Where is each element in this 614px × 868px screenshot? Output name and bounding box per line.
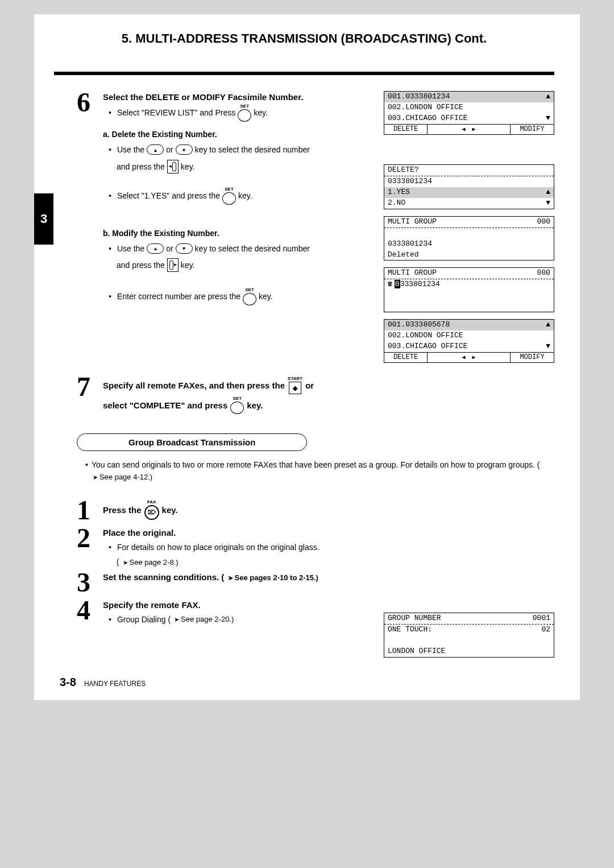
chapter-tab: 3 [34, 193, 53, 245]
step6a-heading: a. Delete the Existing Number. [103, 130, 374, 139]
down-key-icon: ▾ [176, 243, 193, 254]
page-ref: See page 2-8.) [122, 558, 179, 567]
phone-icon [388, 280, 395, 288]
step-number-g4: 4 [77, 599, 99, 630]
text: key. [181, 162, 195, 171]
g1-title: Press the FAX⌦ key. [103, 500, 374, 520]
left-key-icon [167, 160, 179, 173]
lcd-screen-2: 001.0333805678▲ 002.LONDON OFFICE 003.CH… [384, 319, 554, 363]
step6b-bullet1: Use the ▴ or ▾ key to select the desired… [109, 241, 374, 257]
g4-body: Group Dialing ( See page 2-20.) [109, 612, 374, 627]
lcd-screen-delete: DELETE? 0333801234 1.YES▲ 2.NO▼ [384, 164, 554, 209]
lcd-screen-1: 001.0333801234▲ 002.LONDON OFFICE 003.CH… [384, 91, 554, 135]
step7-line2: select "COMPLETE" and press SET key. [103, 396, 554, 414]
text: and press the [117, 162, 165, 171]
text: and press the [117, 261, 165, 270]
step-number-g1: 1 [77, 499, 99, 522]
fax-key-icon: ⌦ [144, 505, 159, 520]
step6a-bullet2: Select "1.YES" and press the SET key. [109, 187, 374, 205]
step-number-g2: 2 [77, 527, 99, 567]
up-key-icon: ▴ [147, 144, 164, 155]
lcd-screen-multi1: MULTI GROUP000 0333801234 Deleted [384, 216, 554, 261]
step-number-6: 6 [77, 91, 99, 308]
start-key-icon: ◈ [289, 382, 301, 394]
step6b-heading: b. Modify the Existing Number. [103, 229, 374, 238]
g2-body: For details on how to place originals on… [109, 540, 374, 555]
page-number: 3-8 [60, 676, 76, 689]
lcd-screen-group: GROUP NUMBER0001 ONE TOUCH:02 LONDON OFF… [384, 613, 554, 658]
up-key-icon: ▴ [147, 243, 164, 254]
step6a-bullet1: Use the ▴ or ▾ key to select the desired… [109, 142, 374, 158]
g2-title: Place the original. [103, 528, 374, 538]
right-key-icon [167, 258, 179, 272]
section-pill: Group Broadcast Transmission [77, 433, 307, 451]
set-key-icon [230, 402, 244, 414]
footer-section: HANDY FEATURES [84, 680, 146, 688]
set-key-icon [222, 192, 236, 205]
step6-title: Select the DELETE or MODIFY Facsimile Nu… [103, 92, 374, 102]
g3-title: Set the scanning conditions. ( See pages… [103, 572, 374, 582]
step7-line1: Specify all remote FAXes, and then press… [103, 377, 554, 394]
step-number-g3: 3 [77, 571, 99, 594]
page-title: 5. MULTI-ADDRESS TRANSMISSION (BROADCAST… [54, 31, 554, 46]
step6-bullet: Select "REVIEW LIST" and Press SET key. [109, 104, 374, 122]
set-key-icon [238, 109, 251, 122]
down-key-icon: ▾ [176, 144, 193, 155]
text: ( [117, 557, 119, 567]
text: key. [181, 261, 195, 270]
g4-title: Specify the remote FAX. [103, 600, 374, 610]
step-number-7: 7 [77, 375, 99, 416]
set-key-icon [243, 293, 256, 305]
lcd-screen-multi2: MULTI GROUP000 0333801234 [384, 267, 554, 312]
rule [54, 72, 554, 75]
group-note: • You can send originals to two or more … [85, 459, 554, 483]
step6b-bullet2: Enter correct number are press the SET k… [109, 288, 374, 305]
